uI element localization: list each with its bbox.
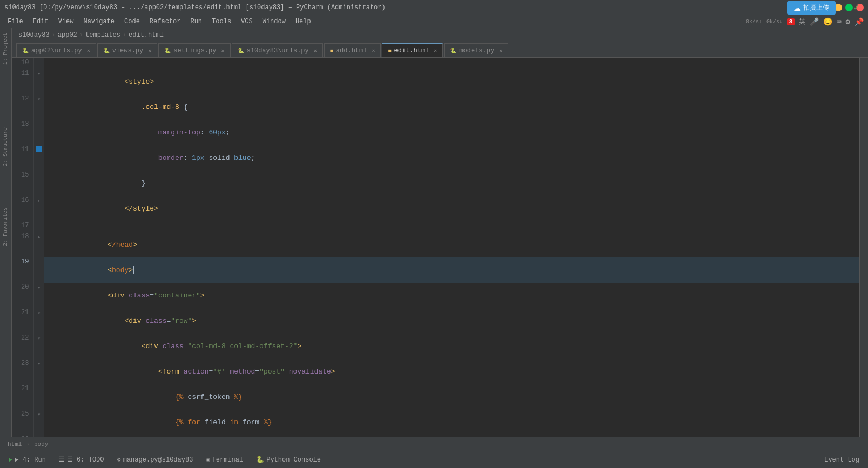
- fold-marker[interactable]: ▸: [37, 234, 41, 240]
- tab-icon-py: 🐍: [164, 48, 171, 54]
- manage-label: manage.py@s10day83: [123, 456, 193, 464]
- line-code[interactable]: <p>{{ field.label }}</p>: [44, 435, 859, 437]
- line-code[interactable]: .col-md-8 {: [44, 94, 859, 120]
- settings-icon[interactable]: ⚙: [846, 17, 850, 26]
- minimize-button[interactable]: [835, 4, 842, 11]
- fold-marker[interactable]: ▸: [37, 198, 41, 204]
- tab-close-icon[interactable]: ✕: [221, 48, 225, 54]
- code-editor[interactable]: 10 11 ▾ <style>: [12, 58, 859, 437]
- menu-refactor[interactable]: Refactor: [145, 17, 185, 26]
- line-code[interactable]: <div class="row">: [44, 308, 859, 334]
- line-code[interactable]: border: 1px solid blue;: [44, 145, 859, 171]
- table-row: 11 ▾ <style>: [12, 69, 859, 94]
- line-code[interactable]: <div class="col-md-8 col-md-offset-2">: [44, 334, 859, 359]
- breadcrumb-edithtml[interactable]: edit.html: [129, 31, 164, 39]
- menu-navigate[interactable]: Navigate: [79, 17, 119, 26]
- menu-help[interactable]: Help: [291, 17, 315, 26]
- tab-models[interactable]: 🐍 models.py ✕: [444, 43, 508, 57]
- top-right-toolbar: 0k/s↑ 0k/s↓ S 英 🎤 😊 ⌨ ⚙ 📌: [746, 15, 864, 28]
- favorites-tab[interactable]: 2: Favorites: [1, 203, 11, 250]
- emoji-icon[interactable]: 😊: [823, 17, 832, 26]
- line-code[interactable]: }: [44, 171, 859, 196]
- manage-button[interactable]: ⚙ manage.py@s10day83: [112, 454, 197, 465]
- upload-section[interactable]: ☁ 拍摄上传: [787, 1, 836, 15]
- tab-add-html[interactable]: ◼ add.html ✕: [324, 43, 381, 57]
- breadcrumb-s10day83[interactable]: s10day83: [18, 31, 50, 39]
- status-html[interactable]: html: [4, 441, 25, 447]
- tab-icon-py: 🐍: [450, 48, 456, 54]
- menu-vcs[interactable]: VCS: [237, 17, 257, 26]
- line-code[interactable]: {% for field in form %}: [44, 410, 859, 435]
- line-code[interactable]: {% csrf_token %}: [44, 384, 859, 410]
- line-code[interactable]: [44, 221, 859, 232]
- fold-marker[interactable]: ▾: [37, 361, 41, 367]
- upload-label: 拍摄上传: [803, 3, 829, 12]
- tab-close-icon[interactable]: ✕: [314, 48, 317, 54]
- upload-button[interactable]: ☁ 拍摄上传: [787, 1, 836, 15]
- line-code[interactable]: </style>: [44, 196, 859, 221]
- line-gutter: ▸: [33, 196, 44, 221]
- tab-app02-urls[interactable]: 🐍 app02\urls.py ✕: [16, 43, 96, 57]
- line-gutter: ▾: [33, 69, 44, 94]
- fold-marker[interactable]: ▾: [37, 71, 41, 77]
- pin-icon[interactable]: 📌: [854, 17, 864, 26]
- table-row: 10: [12, 58, 859, 69]
- table-row: 25 ▾ {% for field in form %}: [12, 410, 859, 435]
- line-gutter: [33, 221, 44, 232]
- code-scroll-area[interactable]: 10 11 ▾ <style>: [12, 58, 859, 437]
- tab-close-icon[interactable]: ✕: [434, 48, 437, 54]
- tab-views[interactable]: 🐍 views.py ✕: [97, 43, 158, 57]
- input-method-icon[interactable]: S: [787, 18, 795, 25]
- menu-edit[interactable]: Edit: [29, 17, 53, 26]
- event-log-label: Event Log: [824, 456, 859, 464]
- line-code[interactable]: <style>: [44, 69, 859, 94]
- event-log-button[interactable]: Event Log: [820, 455, 864, 465]
- tab-close-icon[interactable]: ✕: [372, 48, 375, 54]
- lang-icon[interactable]: 英: [799, 17, 805, 26]
- network-speed-down: 0k/s↓: [766, 19, 783, 25]
- fold-marker[interactable]: ▾: [37, 97, 41, 103]
- tab-close-icon[interactable]: ✕: [499, 48, 502, 54]
- run-button[interactable]: ▶ ▶ 4: Run: [4, 454, 50, 465]
- tab-label: s10day83\urls.py: [247, 47, 309, 55]
- menu-window[interactable]: Window: [258, 17, 290, 26]
- maximize-button[interactable]: [845, 4, 853, 11]
- line-code[interactable]: <form action='#' method="post" novalidat…: [44, 359, 859, 384]
- breadcrumb-templates[interactable]: templates: [85, 31, 120, 39]
- status-body[interactable]: body: [31, 441, 51, 447]
- fold-marker[interactable]: ▾: [37, 412, 41, 418]
- line-gutter: [33, 58, 44, 69]
- tab-s10day83-urls[interactable]: 🐍 s10day83\urls.py ✕: [232, 43, 323, 57]
- structure-tab[interactable]: 2: Structure: [1, 123, 11, 171]
- python-console-button[interactable]: 🐍 Python Console: [252, 454, 325, 465]
- table-row: 12 ▾ .col-md-8 {: [12, 94, 859, 120]
- menu-run[interactable]: Run: [186, 17, 206, 26]
- fold-marker[interactable]: ▾: [37, 310, 41, 316]
- menu-file[interactable]: File: [3, 17, 28, 26]
- line-number: 15: [12, 171, 33, 196]
- line-code[interactable]: [44, 58, 859, 69]
- line-code[interactable]: </head>: [44, 232, 859, 257]
- mic-icon[interactable]: 🎤: [810, 17, 819, 26]
- fold-marker[interactable]: ▾: [37, 285, 41, 291]
- tab-close-icon[interactable]: ✕: [148, 48, 151, 54]
- terminal-button[interactable]: ▣ Terminal: [201, 454, 247, 465]
- breadcrumb-app02[interactable]: app02: [58, 31, 77, 39]
- menu-code[interactable]: Code: [120, 17, 144, 26]
- tab-close-icon[interactable]: ✕: [87, 48, 90, 54]
- tab-settings[interactable]: 🐍 settings.py ✕: [158, 43, 230, 57]
- line-code[interactable]: <div class="container">: [44, 283, 859, 308]
- todo-button[interactable]: ☰ ☰ 6: TODO: [55, 454, 109, 465]
- line-gutter: ▸: [33, 232, 44, 257]
- project-tab[interactable]: 1: Project: [1, 28, 11, 69]
- line-code[interactable]: <body>: [44, 257, 859, 283]
- line-code[interactable]: margin-top: 60px;: [44, 120, 859, 145]
- menu-view[interactable]: View: [54, 17, 78, 26]
- menu-tools[interactable]: Tools: [207, 17, 235, 26]
- fold-marker[interactable]: ▾: [37, 336, 41, 342]
- line-gutter: [33, 145, 44, 171]
- tab-edit-html[interactable]: ◼ edit.html ✕: [382, 43, 443, 57]
- table-row: 19 <body>: [12, 257, 859, 283]
- tab-label: app02\urls.py: [31, 47, 82, 55]
- keyboard-icon[interactable]: ⌨: [837, 17, 841, 26]
